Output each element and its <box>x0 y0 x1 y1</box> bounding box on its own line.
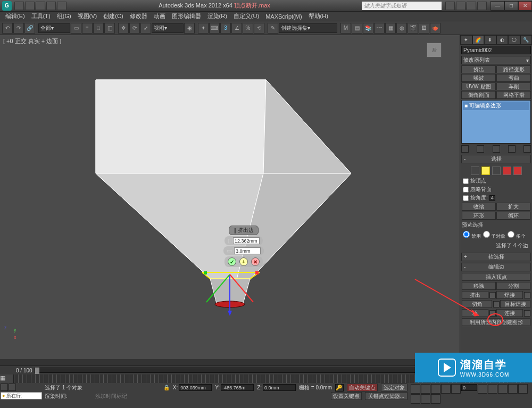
extrude-settings-icon[interactable] <box>489 292 496 298</box>
close-button[interactable]: ✕ <box>518 1 532 11</box>
subobj-element-icon[interactable] <box>513 166 522 175</box>
orbit-icon[interactable] <box>421 394 430 404</box>
ref-coord-dropdown[interactable]: 视图 ▾ <box>152 23 184 33</box>
caddy-apply-button[interactable]: + <box>239 257 248 266</box>
undo-icon[interactable]: ↶ <box>2 23 13 34</box>
layer-icon[interactable]: 📚 <box>363 23 373 34</box>
listener-icon[interactable] <box>9 384 16 391</box>
select-rect-icon[interactable]: □ <box>93 23 104 34</box>
modifier-stack[interactable]: ■ 可编辑多边形 <box>461 100 531 144</box>
autokey-button[interactable]: 自动关键点 <box>347 384 378 392</box>
loop-button[interactable]: 循环 <box>496 212 530 220</box>
viewport[interactable]: [ +0 正交 真实 + 边面 ] 后 ║挤出边 <box>0 35 460 365</box>
mod-pathdeform[interactable]: 路径变形 <box>496 65 531 73</box>
rollout-edit-edge[interactable]: 编辑边 <box>461 263 531 271</box>
redo-icon[interactable]: ↷ <box>13 23 24 34</box>
rotate-icon[interactable]: ⟳ <box>129 23 140 34</box>
zoom-icon[interactable] <box>488 384 497 394</box>
by-vertex-check[interactable]: 按顶点 <box>462 177 530 185</box>
angle-input[interactable] <box>489 195 495 201</box>
percent-snap-icon[interactable]: % <box>243 23 253 34</box>
menu-maxscript[interactable]: MAXScript(M) <box>262 13 305 20</box>
maximize-viewport-icon[interactable] <box>431 394 440 404</box>
modifier-list-dropdown[interactable]: 修改器列表▾ <box>461 56 531 64</box>
scale-icon[interactable]: ⤢ <box>140 23 151 34</box>
show-end-icon[interactable] <box>477 145 484 153</box>
spinner-snap-icon[interactable]: ⟲ <box>254 23 264 34</box>
prev-frame-icon[interactable] <box>421 384 430 394</box>
mod-bend[interactable]: 弯曲 <box>496 74 531 82</box>
track-cfg-icon[interactable]: ▦ <box>0 374 14 383</box>
tab-utilities[interactable]: 🔧 <box>520 35 533 45</box>
object-name-field[interactable]: Pyramid002 <box>461 46 531 54</box>
material-editor-icon[interactable]: ◍ <box>396 23 407 34</box>
tb-btn[interactable] <box>25 2 35 10</box>
y-coord-input[interactable] <box>221 384 254 391</box>
keyboard-icon[interactable]: ⌨ <box>209 23 220 34</box>
menu-modifiers[interactable]: 修改器 <box>127 12 151 20</box>
menu-render[interactable]: 渲染(R) <box>204 12 230 20</box>
zoom-extents-icon[interactable] <box>508 384 518 394</box>
connect-settings-icon[interactable] <box>524 310 530 317</box>
subobj-edge-icon[interactable] <box>481 166 490 175</box>
tb-btn[interactable] <box>14 2 24 10</box>
menu-edit[interactable]: 编辑(E) <box>2 12 28 20</box>
link-icon[interactable]: 🔗 <box>24 23 35 34</box>
mod-lathe[interactable]: 车削 <box>496 82 531 90</box>
snap-toggle-icon[interactable]: 3 <box>220 23 231 34</box>
tab-hierarchy[interactable]: ⬍ <box>484 35 496 45</box>
frame-input[interactable] <box>461 384 477 391</box>
configure-icon[interactable] <box>523 145 531 153</box>
caddy-cancel-button[interactable]: ✕ <box>251 257 260 266</box>
menu-animation[interactable]: 动画 <box>151 12 169 20</box>
tab-display[interactable]: 🖵 <box>508 35 520 45</box>
by-angle-check[interactable]: 按角度: <box>462 194 530 202</box>
next-frame-icon[interactable] <box>441 384 451 394</box>
subobj-polygon-icon[interactable] <box>503 166 511 175</box>
menu-view[interactable]: 视图(V) <box>74 12 101 20</box>
subobj-border-icon[interactable] <box>492 166 501 175</box>
time-config-icon[interactable] <box>478 384 487 394</box>
zoom-all-icon[interactable] <box>498 384 508 394</box>
ignore-backfacing-check[interactable]: 忽略背面 <box>462 185 530 194</box>
mod-uvw[interactable]: UVW 贴图 <box>461 82 496 90</box>
lock-icon[interactable]: 🔒 <box>163 385 170 390</box>
chamfer-settings-icon[interactable] <box>493 301 500 307</box>
select-icon[interactable]: ▭ <box>71 23 81 34</box>
angle-snap-icon[interactable]: ∠ <box>231 23 242 34</box>
mod-noise[interactable]: 噪波 <box>461 74 496 82</box>
minimize-button[interactable]: — <box>491 1 504 11</box>
pivot-icon[interactable]: ◉ <box>184 23 195 34</box>
selection-filter[interactable]: 全部 ▾ <box>38 23 70 33</box>
rollout-soft-selection[interactable]: 软选择 <box>461 253 531 261</box>
goto-end-icon[interactable] <box>451 384 461 394</box>
caddy-ok-button[interactable]: ✓ <box>228 257 236 266</box>
menu-create[interactable]: 创建(C) <box>100 12 126 20</box>
time-slider-thumb[interactable] <box>35 368 39 374</box>
mirror-icon[interactable]: M <box>340 23 351 34</box>
extrude-width-input[interactable] <box>234 247 261 254</box>
window-cross-icon[interactable]: ◫ <box>104 23 115 34</box>
tb-btn[interactable] <box>46 2 56 10</box>
extrude-height-input[interactable] <box>233 237 260 244</box>
render-setup-icon[interactable]: 🎬 <box>408 23 418 34</box>
grow-button[interactable]: 扩大 <box>496 203 530 211</box>
key-filter-button[interactable]: 关键点过滤器... <box>365 392 408 400</box>
remove-button[interactable]: 移除 <box>462 282 496 290</box>
z-coord-input[interactable] <box>263 384 296 391</box>
viewport-hscroll[interactable] <box>0 359 460 365</box>
menu-help[interactable]: 帮助(H) <box>305 12 331 20</box>
menu-tools[interactable]: 工具(T) <box>28 12 54 20</box>
pin-stack-icon[interactable] <box>461 145 469 153</box>
maximize-button[interactable]: □ <box>504 1 518 11</box>
weld-button[interactable]: 焊接 <box>496 291 523 299</box>
mod-meshsmooth[interactable]: 网格平滑 <box>496 91 531 99</box>
setkey-button[interactable]: 设置关键点 <box>331 392 362 400</box>
signin-btn[interactable] <box>477 2 487 10</box>
help-search-input[interactable]: 键入关键字或短语 <box>362 2 442 10</box>
rollout-selection[interactable]: 选择 <box>461 155 531 163</box>
add-time-tag[interactable]: 添加时间标记 <box>95 393 127 400</box>
zoom-region-icon[interactable] <box>518 384 528 394</box>
star-btn[interactable] <box>467 2 476 10</box>
rendered-frame-icon[interactable]: 🖼 <box>419 23 429 34</box>
